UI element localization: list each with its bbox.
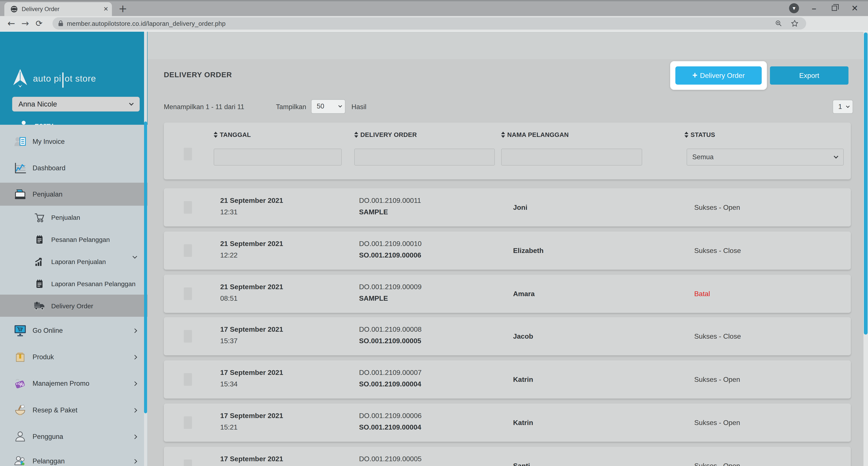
browser-titlebar: Delivery Order ✕ + ▼ – ✕ — [0, 0, 868, 16]
cash-register-icon — [14, 188, 27, 201]
bookmark-star-icon[interactable] — [791, 20, 798, 28]
sidebar-item-my-invoice[interactable]: My Invoice — [0, 135, 148, 148]
customers-icon — [14, 455, 27, 466]
sort-icon — [214, 131, 218, 138]
close-window-button[interactable]: ✕ — [848, 2, 862, 15]
select-all-checkbox[interactable] — [184, 148, 192, 160]
table-row[interactable]: 17 September 2021 DO.001.2109.00005 Sant… — [164, 447, 851, 466]
chevron-right-icon — [132, 459, 137, 463]
sidebar-item-pelanggan[interactable]: Pelanggan — [0, 455, 148, 466]
cell-nama: Katrin — [513, 360, 533, 399]
sidebar-item-penjualan-parent[interactable]: Penjualan — [0, 188, 148, 201]
row-checkbox[interactable] — [184, 201, 192, 214]
sidebar-item-produk[interactable]: Produk — [0, 350, 148, 364]
per-page-select[interactable]: 50 — [311, 99, 345, 114]
filter-tanggal-input[interactable] — [214, 149, 342, 165]
app-logo: auto piot store — [11, 68, 96, 89]
sidebar-item-pesanan-pelanggan[interactable]: Pesanan Pelanggan — [0, 233, 148, 246]
sidebar-scrollbar-thumb[interactable] — [144, 122, 147, 413]
chevron-right-icon — [132, 434, 137, 439]
logo-text: auto piot store — [33, 71, 96, 86]
sales-report-icon — [34, 256, 45, 268]
cell-tanggal: 21 September 202112:31 — [220, 195, 283, 218]
page-scrollbar-thumb[interactable] — [864, 33, 868, 335]
cell-delivery-order: DO.001.2109.00006SO.001.2109.00004 — [359, 410, 422, 433]
sidebar-header: auto piot store Anna Nicole gerry Log ou… — [0, 32, 148, 125]
browser-update-badge[interactable]: ▼ — [787, 2, 801, 15]
export-button[interactable]: Export — [770, 66, 848, 85]
column-header-tanggal[interactable]: TANGGAL — [214, 130, 251, 139]
row-checkbox[interactable] — [184, 460, 192, 466]
maximize-button[interactable] — [828, 2, 841, 15]
filter-delivery-order-input[interactable] — [354, 149, 495, 165]
chevron-down-icon — [834, 154, 838, 159]
column-header-status[interactable]: STATUS — [684, 130, 715, 139]
cell-delivery-order: DO.001.2109.00007SO.001.2109.00004 — [359, 367, 422, 390]
account-select[interactable]: Anna Nicole — [12, 97, 140, 112]
sidebar-item-penjualan[interactable]: Penjualan — [0, 211, 148, 224]
tab-title: Delivery Order — [22, 2, 59, 16]
forward-button[interactable]: → — [19, 16, 32, 31]
new-tab-button[interactable]: + — [116, 2, 129, 15]
sidebar-item-delivery-order[interactable]: Delivery Order — [0, 300, 148, 313]
logo-cursor-bar — [62, 72, 64, 88]
chevron-down-icon — [129, 101, 134, 106]
cell-delivery-order: DO.001.2109.00011SAMPLE — [359, 195, 421, 218]
row-checkbox[interactable] — [184, 287, 192, 300]
column-header-delivery-order[interactable]: DELIVERY ORDER — [354, 130, 417, 139]
cell-delivery-order: DO.001.2109.00008SO.001.2109.00005 — [359, 324, 422, 347]
person-outline-icon — [14, 430, 27, 443]
row-checkbox[interactable] — [184, 244, 192, 257]
browser-tab[interactable]: Delivery Order ✕ — [4, 2, 112, 16]
sidebar-item-laporan-pesanan-pelanggan[interactable]: Laporan Pesanan Pelanggan — [0, 277, 148, 290]
url-text: member.autopilotstore.co.id/laporan_deli… — [67, 18, 226, 30]
table-row[interactable]: 21 September 202112:31 DO.001.2109.00011… — [164, 188, 851, 226]
cell-tanggal: 17 September 202115:37 — [220, 324, 283, 347]
promo-tag-icon — [14, 377, 27, 390]
cart-icon — [34, 212, 45, 223]
table-row[interactable]: 21 September 202108:51 DO.001.2109.00009… — [164, 275, 851, 313]
row-checkbox[interactable] — [184, 416, 192, 429]
add-delivery-order-button[interactable]: + Delivery Order — [675, 66, 762, 85]
sidebar-item-pengguna[interactable]: Pengguna — [0, 430, 148, 443]
cell-nama: Katrin — [513, 404, 533, 442]
notepad-icon — [34, 234, 45, 245]
sidebar-item-manajemen-promo[interactable]: Manajemen Promo — [0, 377, 148, 390]
address-bar[interactable]: member.autopilotstore.co.id/laporan_deli… — [53, 18, 806, 30]
sidebar-item-laporan-penjualan[interactable]: Laporan Penjualan — [0, 255, 148, 268]
sort-icon — [501, 131, 505, 138]
minimize-button[interactable]: – — [807, 2, 821, 15]
cell-nama: Jacob — [513, 317, 533, 355]
cell-tanggal: 17 September 202115:34 — [220, 367, 283, 390]
globe-favicon-icon — [10, 5, 18, 13]
tab-close-icon[interactable]: ✕ — [100, 2, 112, 16]
cell-tanggal: 17 September 202115:21 — [220, 410, 283, 433]
page-number-select[interactable]: 1 — [833, 100, 853, 114]
cell-nama: Amara — [513, 275, 535, 313]
row-checkbox[interactable] — [184, 330, 192, 343]
reload-button[interactable]: ⟳ — [33, 16, 45, 31]
column-header-nama-pelanggan[interactable]: NAMA PELANGGAN — [501, 130, 569, 139]
row-checkbox[interactable] — [184, 373, 192, 386]
sidebar-item-go-online[interactable]: Go Online — [0, 324, 148, 337]
cell-status: Sukses - Open — [694, 404, 740, 442]
back-button[interactable]: ← — [5, 16, 18, 31]
cell-tanggal: 21 September 202108:51 — [220, 281, 283, 304]
chevron-right-icon — [132, 408, 137, 412]
table-row[interactable]: 17 September 202115:21 DO.001.2109.00006… — [164, 404, 851, 442]
showing-results-text: Menampilkan 1 - 11 dari 11 — [164, 100, 244, 114]
sidebar-item-dashboard[interactable]: Dashboard — [0, 162, 148, 175]
show-label: Tampilkan — [276, 100, 306, 114]
sidebar-item-resep-paket[interactable]: Resep & Paket — [0, 404, 148, 417]
table-row[interactable]: 17 September 202115:37 DO.001.2109.00008… — [164, 317, 851, 355]
cell-status: Sukses - Close — [694, 231, 741, 270]
zoom-page-icon[interactable] — [775, 20, 782, 28]
table-row[interactable]: 17 September 202115:34 DO.001.2109.00007… — [164, 360, 851, 399]
status-filter-select[interactable]: Semua — [687, 149, 844, 165]
cell-status: Batal — [694, 275, 710, 313]
filter-nama-pelanggan-input[interactable] — [501, 149, 642, 165]
table-row[interactable]: 21 September 202112:22 DO.001.2109.00010… — [164, 231, 851, 270]
lock-icon — [58, 20, 64, 28]
chevron-right-icon — [132, 381, 137, 386]
dashboard-chart-icon — [14, 162, 27, 175]
